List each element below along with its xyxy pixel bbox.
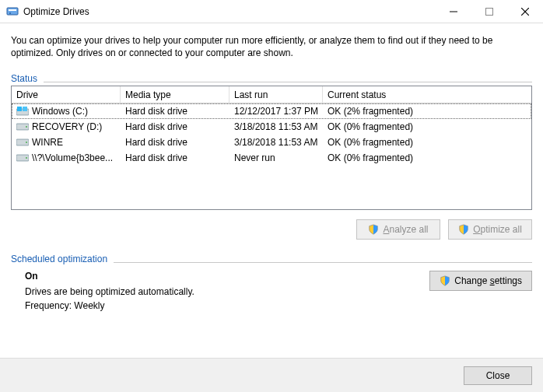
media-cell: Hard disk drive (121, 137, 229, 148)
status-cell: OK (0% fragmented) (323, 137, 531, 148)
svg-rect-1 (9, 9, 16, 11)
lastrun-cell: 12/12/2017 1:37 PM (229, 106, 323, 117)
change-settings-button[interactable]: Change settings (429, 271, 532, 291)
shield-icon (440, 275, 450, 286)
app-icon (6, 5, 19, 18)
bottom-bar: Close (0, 358, 543, 392)
maximize-button[interactable] (471, 0, 507, 23)
col-drive[interactable]: Drive (12, 86, 121, 103)
close-window-button[interactable] (507, 0, 543, 23)
status-cell: OK (0% fragmented) (323, 121, 531, 132)
drive-name: \\?\Volume{b3bee... (32, 152, 113, 163)
table-row[interactable]: Windows (C:)Hard disk drive12/12/2017 1:… (12, 103, 531, 119)
scheduled-freq: Frequency: Weekly (25, 300, 429, 311)
status-cell: OK (0% fragmented) (323, 152, 531, 163)
drive-list[interactable]: Drive Media type Last run Current status… (11, 86, 532, 210)
drive-name: WINRE (32, 137, 63, 148)
lastrun-cell: 3/18/2018 11:53 AM (229, 121, 323, 132)
media-cell: Hard disk drive (121, 152, 229, 163)
lastrun-cell: 3/18/2018 11:53 AM (229, 137, 323, 148)
drive-name: RECOVERY (D:) (32, 121, 102, 132)
drive-cell: WINRE (12, 137, 121, 148)
lastrun-cell: Never run (229, 152, 323, 163)
window-title: Optimize Drives (23, 6, 89, 17)
divider (114, 262, 532, 263)
scheduled-desc: Drives are being optimized automatically… (25, 286, 429, 297)
svg-point-13 (26, 142, 27, 143)
scheduled-state: On (25, 271, 429, 282)
col-media[interactable]: Media type (121, 86, 229, 103)
status-cell: OK (2% fragmented) (323, 106, 531, 117)
drive-cell: Windows (C:) (12, 106, 121, 117)
drive-cell: \\?\Volume{b3bee... (12, 152, 121, 163)
col-status[interactable]: Current status (323, 86, 531, 103)
shield-icon (368, 224, 379, 235)
table-row[interactable]: RECOVERY (D:)Hard disk drive3/18/2018 11… (12, 119, 531, 135)
svg-point-11 (26, 126, 27, 128)
media-cell: Hard disk drive (121, 121, 229, 132)
scheduled-section-label: Scheduled optimization (11, 254, 107, 266)
svg-rect-8 (17, 107, 22, 111)
drive-cell: RECOVERY (D:) (12, 121, 121, 132)
svg-point-2 (9, 12, 11, 14)
media-cell: Hard disk drive (121, 106, 229, 117)
svg-rect-4 (486, 8, 493, 15)
close-button[interactable]: Close (464, 366, 532, 385)
shield-icon (458, 224, 469, 235)
col-last[interactable]: Last run (229, 86, 323, 103)
svg-point-15 (26, 157, 27, 159)
titlebar: Optimize Drives (0, 0, 543, 23)
table-row[interactable]: \\?\Volume{b3bee...Hard disk driveNever … (12, 150, 531, 166)
table-row[interactable]: WINREHard disk drive3/18/2018 11:53 AMOK… (12, 135, 531, 150)
analyze-all-button[interactable]: Analyze all (356, 219, 440, 240)
status-section-label: Status (11, 73, 37, 86)
optimize-all-button[interactable]: Optimize all (448, 219, 532, 240)
svg-rect-0 (7, 8, 18, 15)
divider (44, 82, 532, 82)
intro-text: You can optimize your drives to help you… (11, 34, 532, 59)
svg-rect-9 (23, 107, 27, 111)
minimize-button[interactable] (436, 0, 471, 23)
drive-name: Windows (C:) (32, 106, 88, 117)
column-headers: Drive Media type Last run Current status (12, 86, 531, 103)
